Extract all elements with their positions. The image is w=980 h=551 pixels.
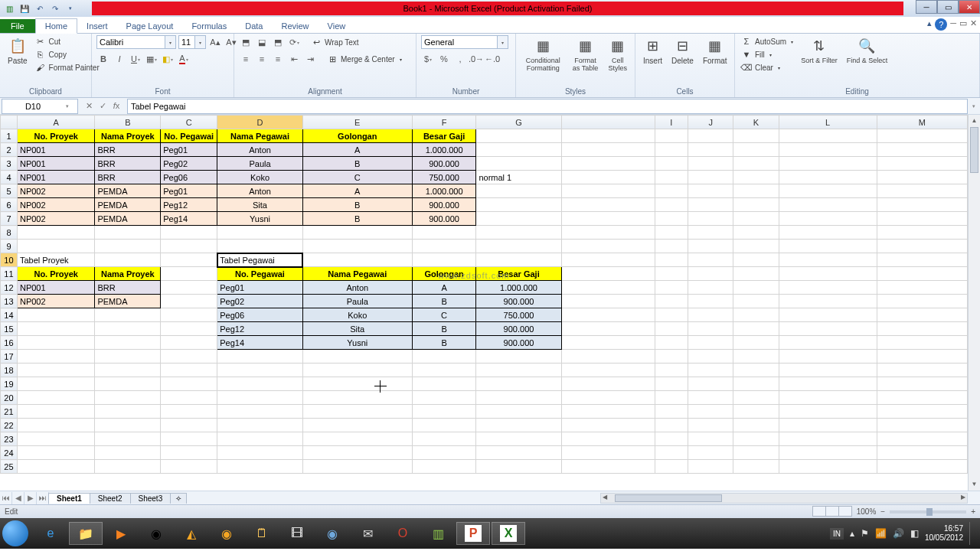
cell[interactable]: Peg01 [161,184,217,198]
delete-cells-button[interactable]: ⊟Delete [668,35,697,67]
increase-indent-icon[interactable]: ⇥ [303,52,317,66]
cell[interactable] [561,226,655,240]
cell[interactable] [161,308,217,322]
col-E[interactable]: E [302,116,412,129]
help-icon[interactable]: ? [935,18,947,31]
cell[interactable] [302,253,412,267]
cell[interactable] [779,171,877,184]
cell[interactable] [655,460,688,474]
cell[interactable] [17,405,94,419]
cell[interactable]: 1.000.000 [412,184,476,198]
cell[interactable] [877,240,967,253]
cell[interactable] [17,226,94,240]
cell[interactable] [161,281,217,295]
zoom-out-icon[interactable]: − [880,507,885,516]
close-button[interactable]: ✕ [959,0,980,14]
row-head-11[interactable]: 11 [1,267,18,281]
cell[interactable]: 900.000 [476,336,561,350]
cell[interactable]: Peg02 [217,295,303,308]
cell[interactable]: Yusni [302,336,412,350]
align-right-icon[interactable]: ≡ [271,52,285,66]
cell[interactable] [561,391,655,405]
cell[interactable] [561,240,655,253]
cell[interactable] [17,350,94,364]
col-K[interactable]: K [733,116,779,129]
row-head-5[interactable]: 5 [1,184,18,198]
cell[interactable] [95,336,161,350]
cell[interactable] [561,253,655,267]
cell[interactable] [476,157,561,171]
row-head-20[interactable]: 20 [1,391,18,405]
cell[interactable] [161,460,217,474]
cell[interactable] [655,240,688,253]
cell[interactable] [688,143,733,157]
cell[interactable]: Peg02 [161,157,217,171]
cell[interactable] [561,198,655,212]
cell[interactable] [412,350,476,364]
cell[interactable] [655,364,688,377]
cell[interactable] [877,157,967,171]
save-icon[interactable]: 💾 [18,2,31,15]
cell[interactable] [17,308,94,322]
cut-button[interactable]: ✂Cut [34,35,101,47]
cell[interactable] [779,364,877,377]
font-size-field[interactable]: ▾ [178,35,206,49]
cell[interactable]: C [412,308,476,322]
cell[interactable]: B [302,157,412,171]
cell[interactable] [733,419,779,432]
taskbar-app-misc2[interactable]: ▥ [421,522,455,545]
scroll-down-icon[interactable]: ▼ [969,478,980,491]
cell[interactable] [476,198,561,212]
cell[interactable]: PEMDA [95,295,161,308]
cell[interactable]: NP002 [17,295,94,308]
insert-cells-button[interactable]: ⊞Insert [640,35,665,67]
cell[interactable] [733,295,779,308]
borders-button[interactable]: ▦ [145,52,158,66]
cell[interactable] [17,364,94,377]
cell[interactable] [733,446,779,460]
cell[interactable] [161,446,217,460]
horizontal-scrollbar[interactable]: ◀ ▶ [600,493,968,504]
cell[interactable] [655,267,688,281]
cell[interactable] [302,226,412,240]
cell[interactable]: Peg12 [161,198,217,212]
underline-button[interactable]: U [129,52,142,66]
fill-button[interactable]: ▼Fill▾ [740,48,795,60]
col-M[interactable]: M [877,116,967,129]
cell[interactable] [412,419,476,432]
decrease-decimal-icon[interactable]: ←.0 [485,52,499,66]
cell[interactable] [779,198,877,212]
cell[interactable] [561,364,655,377]
cell[interactable] [412,446,476,460]
cell[interactable] [412,460,476,474]
cell[interactable] [655,226,688,240]
cell[interactable] [95,419,161,432]
cell[interactable]: 900.000 [412,212,476,226]
cell[interactable] [655,432,688,446]
cell[interactable] [779,184,877,198]
tab-review[interactable]: Review [272,19,318,33]
row-head-8[interactable]: 8 [1,226,18,240]
cell[interactable] [688,184,733,198]
cell[interactable] [161,419,217,432]
cell[interactable] [95,391,161,405]
cell[interactable] [779,281,877,295]
merge-center-button[interactable]: ⊞Merge & Center▾ [325,53,403,65]
cell[interactable] [655,308,688,322]
cell[interactable]: Peg01 [217,281,303,295]
cell[interactable] [733,308,779,322]
taskbar-app-notes[interactable]: 🗒 [245,522,279,545]
cell[interactable] [733,129,779,143]
cell[interactable]: No. Pegawai [161,129,217,143]
taskbar-app-mail[interactable]: ✉ [351,522,384,545]
cell[interactable] [161,295,217,308]
cell[interactable] [95,308,161,322]
cell[interactable]: BRR [95,143,161,157]
increase-decimal-icon[interactable]: .0→ [469,52,483,66]
cell[interactable] [733,281,779,295]
cell[interactable] [655,143,688,157]
number-format-field[interactable]: ▾ [421,35,508,49]
clear-button[interactable]: ⌫Clear▾ [740,61,795,73]
cell[interactable] [161,267,217,281]
cell[interactable]: NP001 [17,143,94,157]
